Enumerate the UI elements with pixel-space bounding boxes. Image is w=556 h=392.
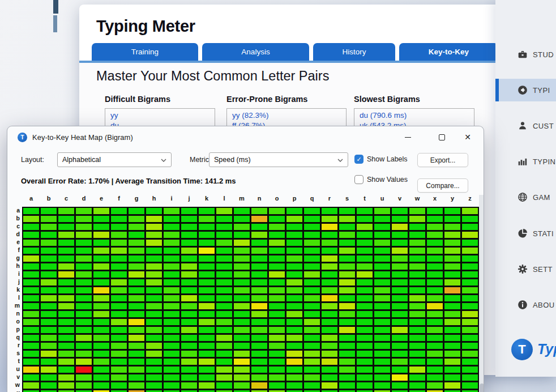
- heatmap-cell-os[interactable]: [339, 319, 355, 325]
- heatmap-cell-ht[interactable]: [357, 263, 373, 270]
- heatmap-cell-re[interactable]: [93, 343, 109, 349]
- heatmap-cell-ls[interactable]: [339, 295, 355, 301]
- heatmap-cell-mj[interactable]: [181, 303, 197, 309]
- heatmap-cell-he[interactable]: [93, 263, 109, 270]
- sidebar-item-sett[interactable]: SETT: [495, 258, 556, 280]
- heatmap-cell-wi[interactable]: [164, 382, 179, 389]
- heatmap-cell-mu[interactable]: [374, 303, 390, 309]
- heatmap-cell-rd[interactable]: [76, 343, 92, 349]
- list-item[interactable]: du (790.6 ms): [360, 110, 469, 121]
- heatmap-cell-bj[interactable]: [181, 216, 197, 222]
- heatmap-cell-qx[interactable]: [427, 335, 443, 341]
- heatmap-cell-ql[interactable]: [216, 335, 232, 341]
- heatmap-cell-ic[interactable]: [58, 271, 74, 278]
- heatmap-cell-ih[interactable]: [146, 271, 162, 278]
- heatmap-cell-at[interactable]: [357, 208, 373, 214]
- heatmap-cell-gb[interactable]: [41, 255, 57, 262]
- heatmap-cell-eo[interactable]: [269, 240, 285, 246]
- heatmap-cell-hf[interactable]: [111, 263, 127, 270]
- heatmap-cell-up[interactable]: [286, 367, 302, 373]
- heatmap-cell-cs[interactable]: [339, 224, 355, 230]
- heatmap-cell-pq[interactable]: [304, 327, 320, 333]
- heatmap-cell-pw[interactable]: [409, 327, 425, 333]
- heatmap-cell-kc[interactable]: [58, 287, 74, 293]
- heatmap-cell-dc[interactable]: [58, 232, 74, 238]
- heatmap-cell-oh[interactable]: [146, 319, 162, 325]
- heatmap-cell-vx[interactable]: [427, 374, 443, 381]
- heatmap-cell-ok[interactable]: [199, 319, 215, 325]
- heatmap-cell-cr[interactable]: [322, 224, 337, 230]
- heatmap-cell-wp[interactable]: [286, 382, 302, 389]
- heatmap-cell-fx[interactable]: [427, 248, 443, 254]
- heatmap-cell-gy[interactable]: [444, 255, 460, 262]
- heatmap-cell-tf[interactable]: [111, 359, 127, 365]
- heatmap-cell-ko[interactable]: [269, 287, 285, 293]
- tab-training[interactable]: Training: [92, 43, 198, 61]
- heatmap-cell-rt[interactable]: [357, 343, 373, 349]
- heatmap-cell-gt[interactable]: [357, 255, 373, 262]
- heatmap-cell-fc[interactable]: [58, 248, 74, 254]
- heatmap-cell-dj[interactable]: [181, 232, 197, 238]
- heatmap-cell-ow[interactable]: [409, 319, 425, 325]
- heatmap-cell-gc[interactable]: [58, 255, 74, 262]
- heatmap-cell-kv[interactable]: [392, 287, 408, 293]
- heatmap-cell-lr[interactable]: [322, 295, 337, 301]
- heatmap-cell-gf[interactable]: [111, 255, 127, 262]
- heatmap-cell-hv[interactable]: [392, 263, 408, 270]
- heatmap-cell-nv[interactable]: [392, 311, 408, 317]
- heatmap-cell-eh[interactable]: [146, 240, 162, 246]
- heatmap-cell-wz[interactable]: [462, 382, 478, 389]
- heatmap-cell-kr[interactable]: [322, 287, 337, 293]
- heatmap-cell-vz[interactable]: [462, 374, 478, 381]
- heatmap-cell-tv[interactable]: [392, 359, 408, 365]
- heatmap-cell-wq[interactable]: [304, 382, 320, 389]
- heatmap-cell-ax[interactable]: [427, 208, 443, 214]
- heatmap-cell-gi[interactable]: [164, 255, 179, 262]
- heatmap-cell-dl[interactable]: [216, 232, 232, 238]
- heatmap-cell-ov[interactable]: [392, 319, 408, 325]
- heatmap-cell-ma[interactable]: [23, 303, 39, 309]
- heatmap-cell-te[interactable]: [93, 359, 109, 365]
- heatmap-cell-ce[interactable]: [93, 224, 109, 230]
- heatmap-cell-wf[interactable]: [111, 382, 127, 389]
- heatmap-cell-mi[interactable]: [164, 303, 179, 309]
- heatmap-cell-ud[interactable]: [76, 367, 92, 373]
- heatmap-cell-so[interactable]: [269, 351, 285, 357]
- heatmap-cell-st[interactable]: [357, 351, 373, 357]
- heatmap-cell-lc[interactable]: [58, 295, 74, 301]
- heatmap-cell-tm[interactable]: [234, 359, 250, 365]
- heatmap-cell-qh[interactable]: [146, 335, 162, 341]
- heatmap-cell-cz[interactable]: [462, 224, 478, 230]
- heatmap-cell-jr[interactable]: [322, 279, 337, 286]
- heatmap-cell-ir[interactable]: [322, 271, 337, 278]
- heatmap-cell-gx[interactable]: [427, 255, 443, 262]
- heatmap-cell-fu[interactable]: [374, 248, 390, 254]
- heatmap-cell-tp[interactable]: [286, 359, 302, 365]
- heatmap-cell-uf[interactable]: [111, 367, 127, 373]
- heatmap-cell-qz[interactable]: [462, 335, 478, 341]
- heatmap-cell-qf[interactable]: [111, 335, 127, 341]
- heatmap-cell-hu[interactable]: [374, 263, 390, 270]
- heatmap-cell-pk[interactable]: [199, 327, 215, 333]
- heatmap-cell-bp[interactable]: [286, 216, 302, 222]
- heatmap-cell-rp[interactable]: [286, 343, 302, 349]
- heatmap-cell-em[interactable]: [234, 240, 250, 246]
- heatmap-cell-ox[interactable]: [427, 319, 443, 325]
- heatmap-cell-qv[interactable]: [392, 335, 408, 341]
- heatmap-cell-ps[interactable]: [339, 327, 355, 333]
- heatmap-cell-fm[interactable]: [234, 248, 250, 254]
- heatmap-cell-mb[interactable]: [41, 303, 57, 309]
- heatmap-cell-jy[interactable]: [444, 279, 460, 286]
- heatmap-cell-cd[interactable]: [76, 224, 92, 230]
- heatmap-cell-va[interactable]: [23, 374, 39, 381]
- heatmap-cell-az[interactable]: [462, 208, 478, 214]
- heatmap-cell-py[interactable]: [444, 327, 460, 333]
- heatmap-cell-in[interactable]: [251, 271, 267, 278]
- heatmap-cell-uh[interactable]: [146, 367, 162, 373]
- heatmap-cell-qu[interactable]: [374, 335, 390, 341]
- heatmap-cell-lb[interactable]: [41, 295, 57, 301]
- heatmap-cell-sn[interactable]: [251, 351, 267, 357]
- heatmap-cell-nq[interactable]: [304, 311, 320, 317]
- heatmap-cell-qd[interactable]: [76, 335, 92, 341]
- heatmap-cell-oc[interactable]: [58, 319, 74, 325]
